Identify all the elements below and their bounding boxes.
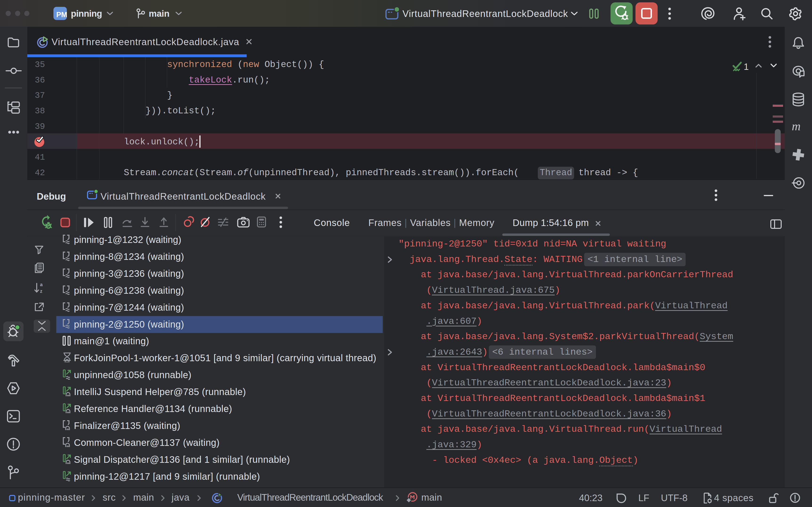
svg-text:a: a — [40, 282, 43, 287]
svg-text:z: z — [40, 288, 42, 294]
svg-text:m: m — [792, 119, 801, 133]
